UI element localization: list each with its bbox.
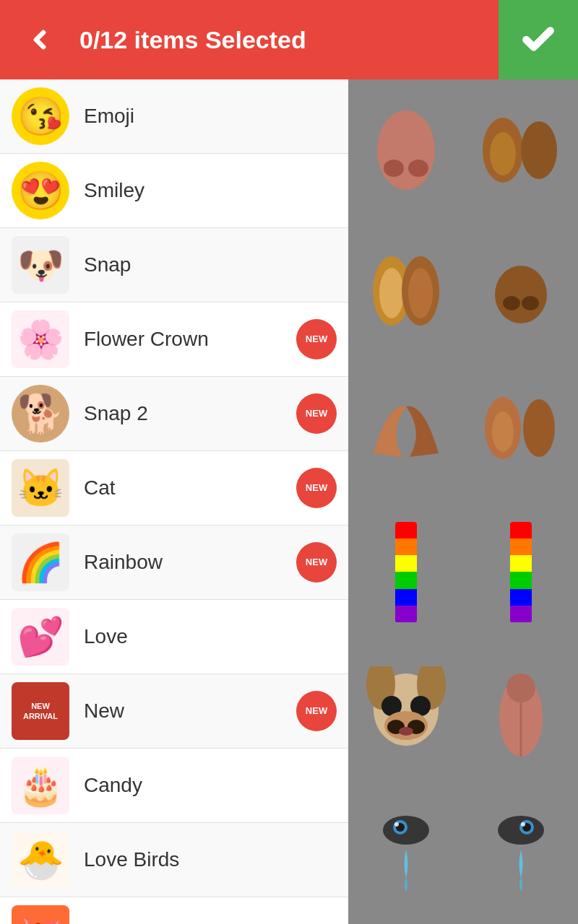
preview-rainbow-strip-left bbox=[395, 522, 417, 623]
tear-svg-left bbox=[400, 850, 413, 893]
list-item[interactable]: 🐱 Cat NEW bbox=[0, 451, 348, 526]
preview-cry-right bbox=[496, 814, 546, 893]
new-badge: NEW bbox=[296, 393, 337, 434]
list-item[interactable]: 😍 Smiley bbox=[0, 154, 348, 228]
item-icon-flower: 🌸 bbox=[12, 310, 69, 368]
new-badge: NEW bbox=[296, 319, 337, 359]
preview-cell bbox=[348, 79, 463, 220]
eye-svg-left bbox=[381, 814, 431, 847]
preview-cell bbox=[463, 361, 578, 502]
preview-cell bbox=[463, 79, 578, 220]
preview-ear-tan-right bbox=[481, 396, 561, 468]
preview-cell bbox=[463, 642, 578, 783]
new-badge: NEW bbox=[296, 542, 337, 583]
new-badge: NEW bbox=[296, 691, 337, 731]
svg-point-9 bbox=[408, 268, 433, 318]
svg-point-15 bbox=[492, 411, 514, 452]
item-label-smiley: Smiley bbox=[84, 179, 337, 202]
preview-rainbow-strip-right bbox=[510, 522, 532, 623]
preview-panel bbox=[348, 79, 578, 924]
svg-point-10 bbox=[495, 266, 547, 323]
back-icon bbox=[25, 25, 54, 54]
item-icon-snap2: 🐕 bbox=[12, 385, 69, 443]
item-icon-partial: 🐙 bbox=[12, 905, 69, 924]
item-label-snap2: Snap 2 bbox=[84, 402, 296, 425]
preview-ear-tan-left bbox=[366, 396, 446, 468]
item-label-rainbow: Rainbow bbox=[84, 551, 296, 574]
item-label-flower: Flower Crown bbox=[84, 328, 296, 351]
svg-point-14 bbox=[523, 399, 555, 457]
svg-point-4 bbox=[521, 121, 557, 179]
svg-point-35 bbox=[521, 822, 525, 827]
svg-point-2 bbox=[408, 160, 428, 177]
list-item[interactable]: 🐕 Snap 2 NEW bbox=[0, 377, 348, 451]
item-icon-love: 💕 bbox=[12, 608, 69, 666]
svg-point-27 bbox=[506, 674, 535, 702]
new-badge: NEW bbox=[296, 468, 337, 508]
preview-cell bbox=[348, 361, 463, 502]
tear-svg-right bbox=[514, 850, 527, 893]
list-item[interactable]: NEWARRIVAL New NEW bbox=[0, 674, 348, 749]
item-icon-smiley: 😍 bbox=[12, 162, 69, 219]
header: 0/12 items Selected bbox=[0, 0, 578, 79]
filter-list: 😘 Emoji 😍 Smiley 🐶 Snap 🌸 Flower Crown N… bbox=[0, 79, 348, 924]
new-arrival-label: NEWARRIVAL bbox=[15, 697, 66, 726]
list-item[interactable]: 🌸 Flower Crown NEW bbox=[0, 302, 348, 377]
preview-cell bbox=[463, 783, 578, 924]
item-icon-candy: 🎂 bbox=[12, 757, 69, 814]
list-item[interactable]: 🎂 Candy bbox=[0, 749, 348, 823]
item-icon-snap: 🐶 bbox=[12, 236, 69, 294]
preview-cell bbox=[348, 220, 463, 361]
header-title: 0/12 items Selected bbox=[79, 26, 499, 54]
item-icon-emoji: 😘 bbox=[12, 87, 69, 145]
item-label-candy: Candy bbox=[84, 774, 337, 797]
svg-point-12 bbox=[522, 296, 539, 310]
item-label-cat: Cat bbox=[84, 476, 296, 500]
preview-dog-face bbox=[363, 666, 449, 760]
preview-snout-brown bbox=[492, 258, 550, 323]
list-item[interactable]: 💕 Love bbox=[0, 600, 348, 674]
preview-ear-left bbox=[370, 251, 442, 331]
svg-point-7 bbox=[379, 268, 404, 318]
item-label-new: New bbox=[84, 699, 296, 723]
preview-cell bbox=[348, 642, 463, 783]
check-icon bbox=[520, 22, 556, 58]
svg-point-0 bbox=[377, 110, 435, 190]
preview-cell bbox=[348, 783, 463, 924]
item-label-emoji: Emoji bbox=[84, 105, 337, 128]
svg-point-31 bbox=[394, 822, 399, 827]
list-item[interactable]: 🐶 Snap bbox=[0, 228, 348, 302]
list-item[interactable]: 🐣 Love Birds bbox=[0, 823, 348, 897]
confirm-button[interactable] bbox=[499, 0, 578, 79]
item-icon-rainbow: 🌈 bbox=[12, 533, 69, 591]
preview-cry-left bbox=[381, 814, 431, 893]
preview-ear-brown bbox=[481, 114, 561, 186]
preview-snout-pink bbox=[366, 103, 446, 197]
item-icon-new: NEWARRIVAL bbox=[12, 682, 69, 740]
main-content: 😘 Emoji 😍 Smiley 🐶 Snap 🌸 Flower Crown N… bbox=[0, 79, 578, 924]
preview-tongue bbox=[492, 666, 550, 760]
item-label-love: Love bbox=[84, 625, 337, 648]
item-icon-lovebirds: 🐣 bbox=[12, 831, 69, 889]
svg-point-11 bbox=[503, 296, 520, 310]
preview-cell bbox=[463, 220, 578, 361]
back-button[interactable] bbox=[0, 0, 79, 79]
item-label-lovebirds: Love Birds bbox=[84, 848, 337, 871]
svg-point-5 bbox=[490, 132, 516, 175]
list-item[interactable]: 🌈 Rainbow NEW bbox=[0, 526, 348, 600]
svg-point-24 bbox=[399, 727, 413, 736]
preview-cell bbox=[463, 502, 578, 642]
item-icon-cat: 🐱 bbox=[12, 459, 69, 517]
list-item[interactable]: 😘 Emoji bbox=[0, 79, 348, 154]
item-label-snap: Snap bbox=[84, 253, 337, 276]
eye-svg-right bbox=[496, 814, 546, 847]
svg-point-1 bbox=[384, 160, 404, 177]
list-item[interactable]: 🐙 bbox=[0, 897, 348, 924]
preview-cell bbox=[348, 502, 463, 642]
